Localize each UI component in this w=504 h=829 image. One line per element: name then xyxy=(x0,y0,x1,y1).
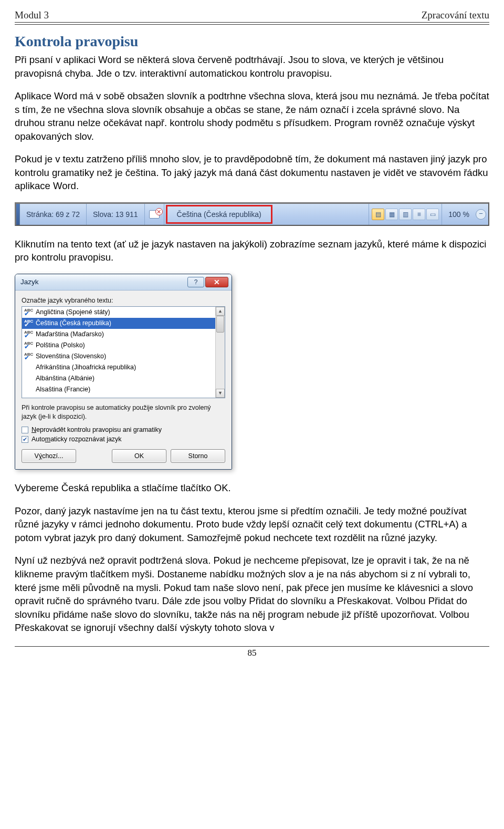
view-fullscreen-icon[interactable]: ▦ xyxy=(385,209,398,220)
view-print-layout-icon[interactable]: ▤ xyxy=(372,209,384,220)
language-option-label: Polština (Polsko) xyxy=(36,341,85,349)
checkbox-autodetect-row[interactable]: ✔ Automaticky rozpoznávat jazyk xyxy=(22,436,225,443)
language-option[interactable]: ABC✔Angličtina (Spojené státy) xyxy=(22,307,216,318)
spellcheck-available-icon: ABC✔ xyxy=(24,319,34,327)
ok-button[interactable]: OK xyxy=(112,449,166,463)
zoom-percent[interactable]: 100 % xyxy=(442,204,474,225)
paragraph-3: Pokud je v textu zatrženo příliš mnoho s… xyxy=(15,152,489,193)
language-option-label: Alsaština (Francie) xyxy=(36,386,90,393)
paragraph-1: Při psaní v aplikaci Word se některá slo… xyxy=(15,53,489,80)
close-icon: ✕ xyxy=(214,278,220,286)
view-switcher: ▤ ▦ ▥ ≡ ▭ xyxy=(369,204,442,225)
scrollbar-track[interactable] xyxy=(216,316,225,389)
view-outline-icon[interactable]: ≡ xyxy=(413,209,425,220)
page-title: Kontrola pravopisu xyxy=(15,33,489,50)
default-button[interactable]: Výchozí... xyxy=(22,449,76,463)
language-option-label: Afrikánština (Jihoafrická republika) xyxy=(36,364,136,371)
language-dialog: Jazyk ? ✕ Označte jazyk vybraného textu:… xyxy=(15,274,232,470)
statusbar-proofing-cell[interactable] xyxy=(145,204,164,225)
checkbox-autodetect[interactable]: ✔ xyxy=(22,436,28,443)
scroll-up-icon[interactable]: ▲ xyxy=(216,307,225,316)
scrollbar-thumb[interactable] xyxy=(216,316,224,333)
spellcheck-available-icon: ABC✔ xyxy=(24,330,34,338)
language-option-label: Čeština (Česká republika) xyxy=(36,319,111,327)
proofing-errors-icon xyxy=(149,210,160,219)
cancel-button[interactable]: Storno xyxy=(171,449,225,463)
header-rule xyxy=(15,22,489,25)
header-left: Modul 3 xyxy=(15,9,49,21)
dialog-button-row: Výchozí... OK Storno xyxy=(22,449,225,463)
dialog-body: Označte jazyk vybraného textu: ABC✔Angli… xyxy=(15,291,232,470)
language-option[interactable]: ABC✔Maďarština (Maďarsko) xyxy=(22,329,216,340)
language-option[interactable]: Alsaština (Francie) xyxy=(22,384,216,395)
language-option[interactable]: Afrikánština (Jihoafrická republika) xyxy=(22,362,216,373)
dialog-close-button[interactable]: ✕ xyxy=(205,277,228,287)
page-number: 85 xyxy=(0,648,504,658)
language-option-label: Slovenština (Slovensko) xyxy=(36,353,106,360)
header-right: Zpracování textu xyxy=(422,9,489,21)
paragraph-6: Pozor, daný jazyk nastavíme jen na tu čá… xyxy=(15,504,489,545)
spellcheck-available-icon: ABC✔ xyxy=(24,341,34,349)
language-listbox[interactable]: ABC✔Angličtina (Spojené státy)ABC✔Češtin… xyxy=(22,306,225,398)
view-draft-icon[interactable]: ▭ xyxy=(426,209,439,220)
word-status-bar: Stránka: 69 z 72 Slova: 13 911 Čeština (… xyxy=(15,202,489,226)
statusbar-spacer xyxy=(274,204,370,225)
statusbar-page-cell[interactable]: Stránka: 69 z 72 xyxy=(20,204,87,225)
listbox-scrollbar[interactable]: ▲ ▼ xyxy=(215,307,225,398)
page-header: Modul 3 Zpracování textu xyxy=(15,9,489,21)
checkbox-no-proofing-row[interactable]: Neprovádět kontrolu pravopisu ani gramat… xyxy=(22,426,225,433)
paragraph-2: Aplikace Word má v sobě obsažen slovník … xyxy=(15,89,489,143)
page-footer: 85 xyxy=(0,646,504,658)
checkbox-no-proofing[interactable] xyxy=(22,427,28,433)
footer-rule xyxy=(15,646,489,647)
language-option[interactable]: ABC✔Čeština (Česká republika) xyxy=(22,318,216,329)
view-web-layout-icon[interactable]: ▥ xyxy=(399,209,412,220)
dialog-titlebar: Jazyk ? ✕ xyxy=(15,274,232,291)
language-option-label: Angličtina (Spojené státy) xyxy=(36,308,110,316)
language-option[interactable]: ABC✔Polština (Polsko) xyxy=(22,340,216,351)
statusbar-language-cell[interactable]: Čeština (Česká republika) xyxy=(167,206,271,222)
dialog-title: Jazyk xyxy=(20,278,186,286)
dialog-listbox-label: Označte jazyk vybraného textu: xyxy=(22,297,225,304)
checkbox-autodetect-label: Automaticky rozpoznávat jazyk xyxy=(32,436,122,443)
statusbar-left-edge xyxy=(16,204,20,225)
statusbar-words-cell[interactable]: Slova: 13 911 xyxy=(87,204,145,225)
dialog-help-button[interactable]: ? xyxy=(187,277,204,287)
spellcheck-available-icon: ABC✔ xyxy=(24,353,34,360)
language-option-label: Maďarština (Maďarsko) xyxy=(36,330,104,338)
paragraph-5: Vybereme Česká republika a stlačíme tlač… xyxy=(15,481,489,495)
language-option[interactable]: Albánština (Albánie) xyxy=(22,373,216,384)
language-option-label: Albánština (Albánie) xyxy=(36,375,94,382)
dialog-description: Při kontrole pravopisu se automaticky po… xyxy=(22,403,225,421)
spellcheck-available-icon: ABC✔ xyxy=(24,308,34,316)
statusbar-language-highlight: Čeština (Česká republika) xyxy=(166,205,272,224)
paragraph-7: Nyní už nezbývá než opravit podtržená sl… xyxy=(15,554,489,634)
checkbox-no-proofing-label: Neprovádět kontrolu pravopisu ani gramat… xyxy=(32,426,162,433)
language-option[interactable]: ABC✔Slovenština (Slovensko) xyxy=(22,351,216,362)
scroll-down-icon[interactable]: ▼ xyxy=(216,389,225,398)
zoom-out-icon[interactable]: − xyxy=(476,209,486,220)
paragraph-4: Kliknutím na tento text (ať už je jazyk … xyxy=(15,237,489,264)
